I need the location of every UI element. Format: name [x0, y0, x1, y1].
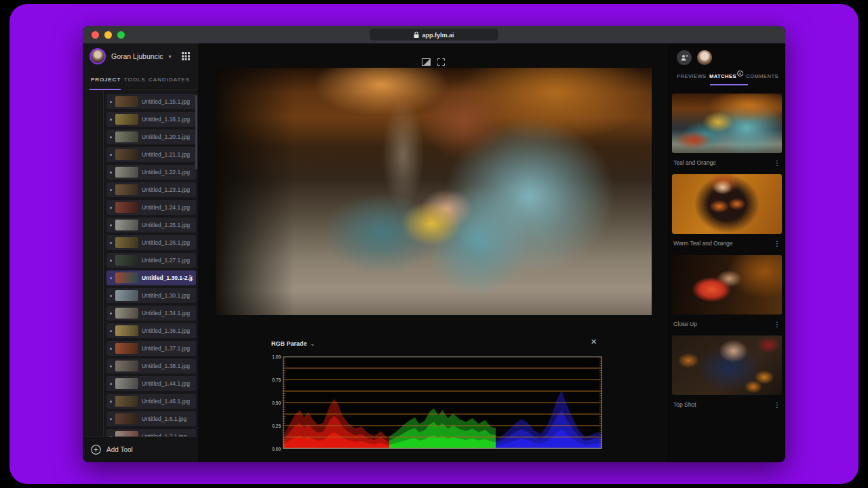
- scope-chart: 1.000.750.500.250.00: [270, 357, 602, 449]
- file-item[interactable]: Untitled_1.6.1.jpg: [106, 411, 196, 426]
- file-item[interactable]: Untitled_1.44.1.jpg: [106, 376, 196, 391]
- file-item[interactable]: Untitled_1.24.1.jpg: [106, 200, 196, 215]
- close-icon[interactable]: ×: [591, 336, 597, 346]
- file-status-dot: [110, 330, 112, 332]
- file-status-dot: [110, 312, 112, 314]
- file-item[interactable]: Untitled_1.30.1.jpg: [106, 288, 196, 303]
- plus-circle-icon[interactable]: [91, 445, 101, 455]
- file-item[interactable]: Untitled_1.27.1.jpg: [106, 253, 196, 268]
- traffic-lights: [92, 31, 125, 39]
- right-tabs: PREVIEWSMATCHES4COMMENTS: [669, 65, 785, 85]
- kebab-menu-icon[interactable]: ⋮: [774, 401, 781, 409]
- file-name: Untitled_1.15.1.jpg: [142, 98, 190, 105]
- file-item[interactable]: Untitled_1.26.1.jpg: [106, 235, 196, 250]
- close-window-button[interactable]: [92, 31, 99, 39]
- lock-icon: [414, 31, 419, 38]
- matches-count-badge: 4: [737, 70, 743, 77]
- address-bar[interactable]: app.fylm.ai: [370, 29, 498, 41]
- kebab-menu-icon[interactable]: ⋮: [774, 321, 781, 328]
- file-name: Untitled_1.23.1.jpg: [142, 186, 190, 193]
- collaborators-row: [669, 43, 785, 65]
- user-name[interactable]: Goran Ljubuncic: [111, 52, 163, 60]
- collaborator-avatar[interactable]: [697, 50, 712, 65]
- compare-icon[interactable]: [422, 58, 431, 66]
- file-name: Untitled_1.22.1.jpg: [142, 169, 190, 176]
- file-thumbnail: [115, 96, 138, 107]
- file-status-dot: [110, 365, 112, 367]
- file-name: Untitled_1.34.1.jpg: [142, 310, 190, 317]
- file-item[interactable]: Untitled_1.22.1.jpg: [106, 165, 196, 180]
- url-text: app.fylm.ai: [422, 31, 454, 38]
- file-item[interactable]: Untitled_1.21.1.jpg: [106, 147, 196, 162]
- file-item[interactable]: Untitled_1.34.1.jpg: [106, 306, 196, 321]
- file-thumbnail: [115, 272, 138, 283]
- file-status-dot: [110, 154, 112, 156]
- match-meta: Close Up⋮: [672, 320, 782, 328]
- fullscreen-icon[interactable]: [437, 58, 445, 66]
- file-item[interactable]: Untitled_1.15.1.jpg: [106, 94, 196, 109]
- match-meta: Warm Teal and Orange⋮: [672, 239, 782, 247]
- minimize-window-button[interactable]: [104, 31, 112, 39]
- file-thumbnail: [115, 237, 138, 248]
- file-item[interactable]: Untitled_1.25.1.jpg: [106, 218, 196, 232]
- file-name: Untitled_1.30.1.jpg: [142, 292, 190, 299]
- zoom-window-button[interactable]: [117, 31, 125, 39]
- file-thumbnail: [115, 431, 138, 436]
- chevron-down-icon[interactable]: ▾: [168, 54, 171, 60]
- tab-tools[interactable]: TOOLS: [124, 77, 146, 83]
- chevron-down-icon[interactable]: ⌄: [311, 341, 315, 347]
- file-item[interactable]: Untitled_1.36.1.jpg: [106, 323, 196, 338]
- file-name: Untitled_1.37.1.jpg: [142, 345, 190, 352]
- titlebar: app.fylm.ai: [83, 26, 785, 43]
- match-name: Top Shot: [673, 401, 696, 408]
- match-thumbnail[interactable]: [672, 255, 782, 314]
- file-thumbnail: [115, 202, 138, 213]
- active-tab-underline: [710, 84, 748, 85]
- file-item[interactable]: Untitled_1.30.1-2.jpg: [106, 270, 196, 285]
- file-status-dot: [110, 101, 112, 103]
- file-name: Untitled_1.44.1.jpg: [142, 380, 190, 387]
- file-status-dot: [110, 189, 112, 191]
- tab-project[interactable]: PROJECT: [91, 77, 121, 83]
- match-thumbnail[interactable]: [672, 336, 782, 395]
- match-meta: Teal and Orange⋮: [672, 159, 782, 167]
- file-list-scrollbar[interactable]: [195, 95, 197, 169]
- file-name: Untitled_1.6.1.jpg: [142, 415, 186, 422]
- sidebar-footer: Add Tool: [83, 436, 198, 462]
- file-status-dot: [110, 260, 112, 262]
- file-item[interactable]: Untitled_1.37.1.jpg: [106, 341, 196, 356]
- browser-window: app.fylm.ai Goran Ljubuncic ▾: [83, 26, 785, 462]
- file-item[interactable]: Untitled_1.20.1.jpg: [106, 129, 196, 144]
- user-avatar[interactable]: [90, 48, 106, 64]
- tab-matches[interactable]: MATCHES4: [709, 73, 743, 79]
- file-name: Untitled_1.25.1.jpg: [142, 222, 190, 228]
- file-item[interactable]: Untitled_1.23.1.jpg: [106, 182, 196, 197]
- file-item[interactable]: Untitled_1.7.1.jpg: [106, 429, 196, 436]
- match-thumbnail[interactable]: [672, 174, 782, 234]
- scope-panel: RGB Parade ⌄ × 1.000.750.500.250.00: [270, 338, 602, 449]
- match-card: Teal and Orange⋮: [672, 94, 782, 167]
- tab-comments[interactable]: COMMENTS: [746, 73, 778, 79]
- tab-candidates[interactable]: CANDIDATES: [149, 77, 190, 83]
- file-item[interactable]: Untitled_1.46.1.jpg: [106, 394, 196, 409]
- tab-previews[interactable]: PREVIEWS: [677, 73, 707, 79]
- file-status-dot: [110, 136, 112, 138]
- file-thumbnail: [115, 131, 138, 142]
- file-item[interactable]: Untitled_1.38.1.jpg: [106, 359, 196, 373]
- match-card: Top Shot⋮: [672, 336, 782, 409]
- file-thumbnail: [115, 290, 138, 301]
- kebab-menu-icon[interactable]: ⋮: [774, 240, 781, 247]
- grid-icon[interactable]: [182, 52, 190, 60]
- file-thumbnail: [115, 255, 138, 266]
- y-tick-label: 0.00: [272, 447, 281, 451]
- match-thumbnail[interactable]: [672, 94, 782, 153]
- file-name: Untitled_1.24.1.jpg: [142, 204, 190, 211]
- project-tabs: PROJECTTOOLSCANDIDATES: [83, 69, 198, 90]
- kebab-menu-icon[interactable]: ⋮: [774, 159, 781, 167]
- invite-user-button[interactable]: [677, 50, 692, 65]
- add-tool-button[interactable]: Add Tool: [106, 446, 133, 453]
- file-name: Untitled_1.36.1.jpg: [142, 327, 190, 334]
- file-thumbnail: [115, 149, 138, 160]
- scope-title-dropdown[interactable]: RGB Parade: [271, 340, 307, 347]
- file-item[interactable]: Untitled_1.16.1.jpg: [106, 112, 196, 127]
